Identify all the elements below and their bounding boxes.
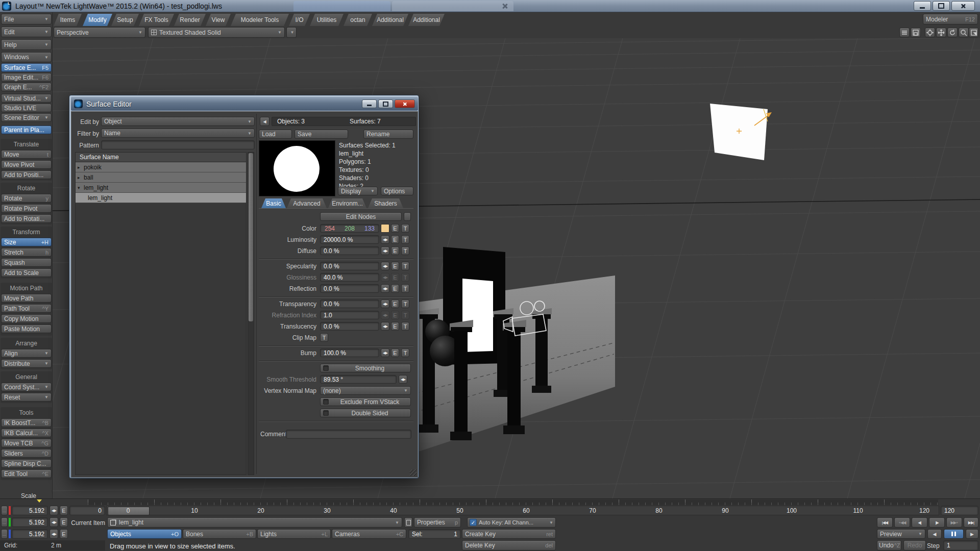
sidebar-item-size[interactable]: Size+H — [1, 238, 52, 246]
timeline-ruler[interactable] — [88, 499, 938, 505]
luminosity-field[interactable]: 20000.0 % — [320, 235, 379, 244]
transparency-texture-button[interactable]: T — [401, 299, 409, 308]
menu-tab-fx-tools[interactable]: FX Tools — [139, 14, 174, 26]
filter-by-dropdown[interactable]: Name▼ — [101, 129, 255, 138]
scale-x-field[interactable]: 5.192 — [12, 506, 48, 515]
surface-list-header[interactable]: Surface Name — [76, 153, 246, 162]
sidebar-item-parent-in-place[interactable]: Parent in Pla... — [1, 126, 52, 134]
collapse-panel-button[interactable]: ◀ — [260, 117, 270, 126]
sidebar-item-move-pivot[interactable]: Move Pivot — [1, 160, 52, 169]
sidebar-item-image-editor[interactable]: Image Edit...F6 — [1, 73, 52, 82]
specularity-field[interactable]: 0.0 % — [320, 262, 379, 270]
color-values[interactable]: 254 208 133 — [320, 224, 379, 233]
dialog-close-button[interactable] — [395, 99, 415, 108]
tab-shaders[interactable]: Shaders — [368, 198, 403, 208]
sidebar-item-stretch[interactable]: Stretchh — [1, 248, 52, 257]
help-menu[interactable]: Help▼ — [1, 39, 52, 50]
zoom-view-button[interactable] — [959, 28, 969, 37]
go-first-frame-button[interactable]: |◀◀ — [877, 517, 893, 528]
minimize-button[interactable] — [914, 1, 931, 11]
surface-list-row-pokoik[interactable]: ▸pokoik — [76, 162, 246, 172]
specularity-slider[interactable]: ◀▶ — [381, 262, 389, 270]
dialog-minimize-button[interactable] — [362, 99, 377, 108]
transparency-slider[interactable]: ◀▶ — [381, 299, 389, 308]
sidebar-item-squash[interactable]: Squash — [1, 258, 52, 267]
windows-menu[interactable]: Windows▼ — [1, 52, 52, 62]
sidebar-item-virtual-studio[interactable]: Virtual Stud...▼ — [1, 94, 52, 103]
luminosity-envelope-button[interactable]: E — [391, 235, 399, 244]
comment-input[interactable] — [286, 430, 411, 439]
fit-view-button[interactable] — [969, 28, 978, 37]
shading-mode-dropdown[interactable]: Textured Shaded Solid▼ — [148, 27, 285, 38]
clip-map-texture-button[interactable]: T — [320, 333, 328, 342]
diffuse-envelope-button[interactable]: E — [391, 246, 399, 255]
save-button[interactable]: Save — [295, 130, 348, 139]
surface-preview[interactable] — [259, 140, 335, 196]
viewport-options-dropdown[interactable]: ▼ — [286, 27, 297, 38]
current-item-dropdown[interactable]: lem_light ▼ — [107, 517, 402, 528]
edit-menu[interactable]: Edit▼ — [1, 27, 52, 37]
bump-envelope-button[interactable]: E — [391, 348, 399, 357]
specularity-texture-button[interactable]: T — [401, 262, 409, 270]
sidebar-item-sliders[interactable]: Sliders^D — [1, 449, 52, 458]
sidebar-item-reset[interactable]: Reset▼ — [1, 393, 52, 402]
scale-z-slider[interactable]: ◀▶ — [50, 529, 58, 539]
sidebar-item-rotate[interactable]: Rotatey — [1, 194, 52, 203]
menu-tab-modify[interactable]: Modify — [83, 14, 112, 26]
luminosity-slider[interactable]: ◀▶ — [381, 235, 389, 244]
display-dropdown[interactable]: Display▼ — [338, 187, 378, 195]
category-cameras-button[interactable]: Cameras+C — [332, 529, 406, 539]
sidebar-item-paste-motion[interactable]: Paste Motion — [1, 324, 52, 333]
color-texture-button[interactable]: T — [401, 224, 409, 233]
prev-frame-button[interactable]: ◀| — [912, 517, 927, 528]
specularity-envelope-button[interactable]: E — [391, 262, 399, 270]
scale-z-field[interactable]: 5.192 — [12, 529, 48, 539]
sidebar-item-path-tool[interactable]: Path Tool^Y — [1, 304, 52, 313]
menu-tab-render[interactable]: Render — [174, 14, 206, 26]
end-frame-field[interactable]: 120 — [941, 506, 978, 515]
sidebar-item-surface-editor[interactable]: Surface E...F5 — [1, 63, 52, 72]
menu-tab-additional-2[interactable]: Additional — [408, 14, 445, 26]
current-frame-field[interactable]: 0 — [69, 506, 105, 515]
rename-button[interactable]: Rename — [363, 130, 413, 139]
sidebar-item-scene-editor[interactable]: Scene Editor▼ — [1, 113, 52, 122]
scale-z-options-button[interactable]: ... — [1, 529, 8, 539]
close-button[interactable] — [951, 1, 975, 11]
sidebar-item-add-to-rotation[interactable]: Add to Rotati... — [1, 214, 52, 223]
rotate-view-button[interactable] — [947, 28, 958, 37]
sidebar-item-ik-boost[interactable]: IK BoostT...^B — [1, 418, 52, 427]
surface-list-row-lem-light[interactable]: ▾lem_light — [76, 183, 246, 193]
perspective-dropdown[interactable]: Perspective▼ — [54, 27, 145, 38]
sidebar-item-rotate-pivot[interactable]: Rotate Pivot — [1, 204, 52, 213]
create-key-button[interactable]: Create Keyret — [462, 529, 556, 539]
surface-editor-title-bar[interactable]: Surface Editor — [71, 97, 418, 111]
smooth-threshold-slider[interactable]: ◀▶ — [399, 375, 407, 384]
menu-tab-modeler-tools[interactable]: Modeler Tools — [231, 14, 289, 26]
preview-dropdown[interactable]: Preview▼ — [877, 529, 925, 539]
sidebar-item-add-to-position[interactable]: Add to Positi... — [1, 170, 52, 179]
pan-view-button[interactable] — [936, 28, 946, 37]
translucency-field[interactable]: 0.0 % — [320, 322, 379, 331]
list-view-button[interactable] — [899, 28, 910, 37]
pattern-input[interactable] — [101, 140, 255, 149]
next-frame-button[interactable]: |▶ — [929, 517, 945, 528]
tab-advanced[interactable]: Advanced — [287, 198, 327, 208]
scale-z-envelope-button[interactable]: E — [60, 529, 68, 539]
scale-x-slider[interactable]: ◀▶ — [50, 506, 58, 515]
surface-list-row-lem-light-surface[interactable]: lem_light — [76, 193, 246, 203]
pause-button[interactable] — [944, 529, 964, 539]
edit-nodes-button[interactable]: Edit Nodes — [320, 212, 402, 221]
auto-key-toggle[interactable]: ✓ Auto Key: All Chann... ▼ — [467, 517, 556, 528]
reflection-texture-button[interactable]: T — [401, 284, 409, 293]
category-objects-button[interactable]: Objects+O — [107, 529, 182, 539]
scale-y-slider[interactable]: ◀▶ — [50, 517, 58, 527]
scale-x-options-button[interactable]: ... — [1, 506, 8, 515]
sidebar-item-distribute[interactable]: Distribute▼ — [1, 359, 52, 368]
scale-y-options-button[interactable]: ... — [1, 517, 8, 527]
properties-button[interactable]: Propertiesp — [414, 517, 461, 528]
modeler-button[interactable]: ModelerF12 — [923, 14, 978, 24]
sidebar-item-ikb-calculate[interactable]: IKB Calcul...^X — [1, 429, 52, 437]
menu-tab-utilities[interactable]: Utilities — [310, 14, 344, 26]
luminosity-texture-button[interactable]: T — [401, 235, 409, 244]
sidebar-item-graph-editor[interactable]: Graph E...^F2 — [1, 83, 52, 91]
